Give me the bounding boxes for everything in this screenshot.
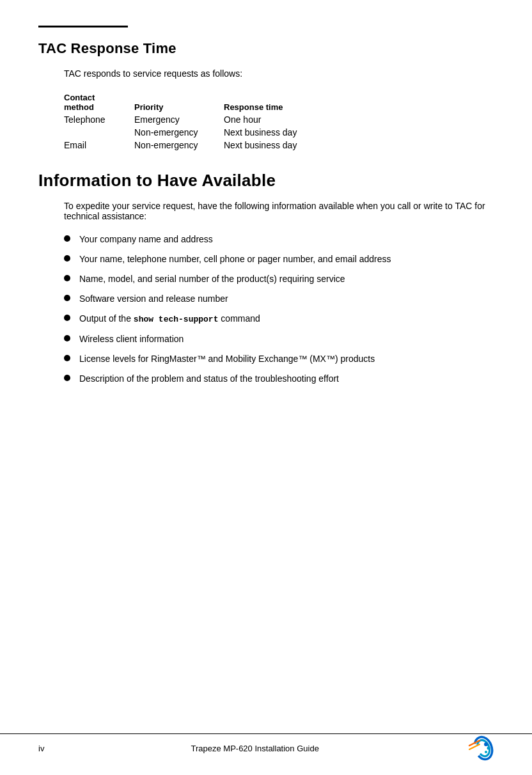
list-item: Your name, telephone number, cell phone … bbox=[64, 253, 494, 266]
list-item: Name, model, and serial number of the pr… bbox=[64, 272, 494, 286]
list-item-text: Wireless client information bbox=[79, 333, 184, 346]
info-section-title: Information to Have Available bbox=[38, 171, 494, 191]
table-header-response: Response time bbox=[224, 90, 339, 113]
bullet-dot bbox=[64, 355, 70, 361]
bullet-dot bbox=[64, 315, 70, 321]
bullet-dot bbox=[64, 235, 70, 242]
tac-table: Contactmethod Priority Response time Tel… bbox=[64, 90, 339, 152]
list-item: Description of the problem and status of… bbox=[64, 372, 494, 386]
table-row: Email Non-emergency Next business day bbox=[64, 139, 339, 152]
list-item: Your company name and address bbox=[64, 233, 494, 246]
top-border-decoration bbox=[38, 26, 128, 27]
list-item-text: Your company name and address bbox=[79, 233, 213, 246]
bullet-dot bbox=[64, 335, 70, 341]
table-cell-contact: Telephone bbox=[64, 113, 134, 126]
svg-point-5 bbox=[487, 747, 490, 750]
page-number: iv bbox=[38, 744, 44, 753]
table-row: Non-emergency Next business day bbox=[64, 126, 339, 139]
page-footer: iv Trapeze MP-620 Installation Guide bbox=[0, 733, 532, 762]
trapeze-logo bbox=[465, 734, 494, 762]
svg-point-0 bbox=[472, 735, 494, 762]
svg-point-4 bbox=[484, 742, 488, 746]
bullet-dot bbox=[64, 255, 70, 262]
bullet-dot bbox=[64, 275, 70, 281]
list-item-text: Description of the problem and status of… bbox=[79, 372, 339, 386]
table-header-priority: Priority bbox=[134, 90, 224, 113]
page: TAC Response Time TAC responds to servic… bbox=[0, 0, 532, 775]
table-cell-response: Next business day bbox=[224, 126, 339, 139]
bullet-dot bbox=[64, 295, 70, 301]
list-item-text: Your name, telephone number, cell phone … bbox=[79, 253, 391, 266]
tac-section-title: TAC Response Time bbox=[38, 40, 494, 57]
table-row: Telephone Emergency One hour bbox=[64, 113, 339, 126]
list-item: Output of the show tech-support command bbox=[64, 312, 494, 326]
table-cell-contact: Email bbox=[64, 139, 134, 152]
tac-intro-text: TAC responds to service requests as foll… bbox=[64, 68, 494, 79]
info-intro-text: To expedite your service request, have t… bbox=[64, 201, 494, 221]
table-cell-response: One hour bbox=[224, 113, 339, 126]
table-cell-priority: Emergency bbox=[134, 113, 224, 126]
table-cell-priority: Non-emergency bbox=[134, 139, 224, 152]
table-cell-response: Next business day bbox=[224, 139, 339, 152]
logo-icon bbox=[465, 734, 494, 762]
table-cell-contact bbox=[64, 126, 134, 139]
bullet-dot bbox=[64, 375, 70, 381]
list-item: Wireless client information bbox=[64, 333, 494, 346]
show-tech-support-command: show tech-support bbox=[134, 315, 219, 324]
list-item-text: Output of the show tech-support command bbox=[79, 312, 260, 326]
table-cell-priority: Non-emergency bbox=[134, 126, 224, 139]
table-header-contact: Contactmethod bbox=[64, 90, 134, 113]
doc-title: Trapeze MP-620 Installation Guide bbox=[191, 744, 318, 753]
list-item-text: Software version and release number bbox=[79, 292, 228, 306]
list-item-text: Name, model, and serial number of the pr… bbox=[79, 272, 345, 286]
info-bullet-list: Your company name and address Your name,… bbox=[64, 233, 494, 386]
svg-point-6 bbox=[485, 751, 487, 753]
list-item: License levels for RingMaster™ and Mobil… bbox=[64, 352, 494, 366]
list-item-text: License levels for RingMaster™ and Mobil… bbox=[79, 352, 375, 366]
list-item: Software version and release number bbox=[64, 292, 494, 306]
